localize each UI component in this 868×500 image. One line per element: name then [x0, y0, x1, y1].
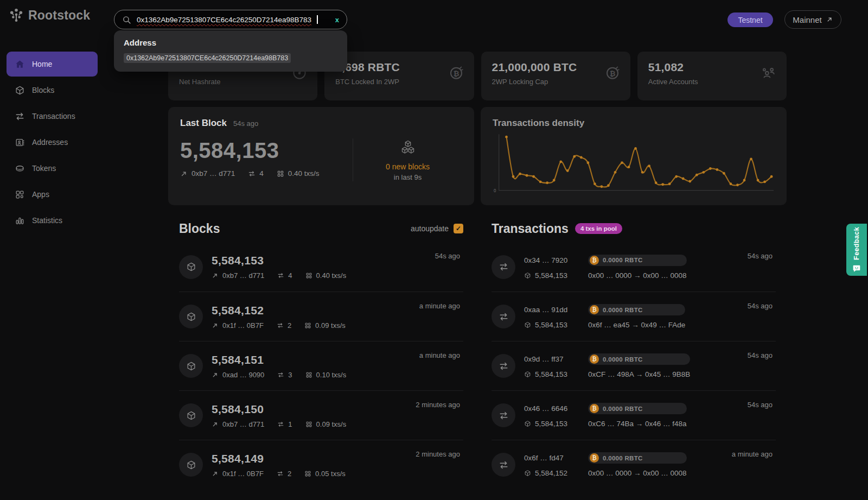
- block-number[interactable]: 5,584,153: [212, 254, 346, 267]
- transaction-amount: 0.0000 RBTC: [603, 455, 643, 461]
- sidebar-item-addresses[interactable]: Addresses: [7, 130, 98, 155]
- transaction-row[interactable]: 0x34 … 7920 ₿ 0.0000 RBTC 5,584,153 0x00…: [492, 242, 776, 292]
- stat-label: Active Accounts: [648, 78, 776, 86]
- block-tx-count: 3: [288, 371, 292, 379]
- block-row[interactable]: 5,584,152 0x1f … 0B7F 2 0.09 txs/s: [179, 292, 463, 341]
- autoupdate-control: autoupdate ✓: [411, 224, 463, 233]
- bitcoin-icon: ₿: [448, 65, 464, 81]
- transaction-block-number[interactable]: 5,584,153: [535, 370, 567, 378]
- grid-icon: [305, 272, 312, 279]
- block-tx-count: 1: [288, 420, 292, 428]
- transaction-route[interactable]: 0xC6 … 74Ba → 0x46 … f48a: [588, 420, 687, 428]
- transaction-hash[interactable]: 0x34 … 7920: [524, 256, 580, 264]
- block-row[interactable]: 5,584,151 0xad … 9090 3 0.10 txs/s: [179, 341, 463, 390]
- transfer-arrows-icon: [15, 111, 25, 122]
- transaction-hash[interactable]: 0x6f … fd47: [524, 454, 580, 462]
- transaction-row[interactable]: 0x9d … ff37 ₿ 0.0000 RBTC 5,584,153 0xCF…: [492, 341, 776, 390]
- sidebar-item-label: Statistics: [32, 216, 62, 225]
- autoupdate-checkbox[interactable]: ✓: [454, 224, 463, 233]
- external-link-arrow-icon: [826, 16, 833, 23]
- transaction-avatar: [492, 403, 515, 427]
- last-block-number[interactable]: 5,584,153: [180, 138, 341, 163]
- block-miner[interactable]: 0xb7 … d771: [222, 420, 264, 428]
- mainnet-button[interactable]: Mainnet: [784, 10, 841, 29]
- txs-in-pool-badge[interactable]: 4 txs in pool: [575, 223, 622, 234]
- transaction-block[interactable]: 5,584,153: [524, 420, 580, 428]
- transaction-block-number[interactable]: 5,584,152: [535, 469, 567, 477]
- main-content: 70 MHs Net Hashrate 5,698 RBTC BTC Locke…: [168, 52, 787, 489]
- transaction-block[interactable]: 5,584,153: [524, 271, 580, 280]
- transaction-avatar: [492, 354, 515, 378]
- transfer-arrows-icon: [277, 470, 284, 477]
- sidebar-item-tokens[interactable]: Tokens: [7, 156, 98, 181]
- block-number[interactable]: 5,584,152: [212, 304, 346, 317]
- block-time: a minute ago: [419, 351, 460, 359]
- transaction-row[interactable]: 0x46 … 6646 ₿ 0.0000 RBTC 5,584,153 0xC6…: [492, 390, 776, 440]
- sidebar-item-home[interactable]: Home: [7, 52, 98, 77]
- transfer-arrows-icon: [277, 421, 284, 428]
- block-miner[interactable]: 0x1f … 0B7F: [222, 470, 264, 478]
- sidebar-item-blocks[interactable]: Blocks: [7, 78, 98, 103]
- transaction-hash[interactable]: 0xaa … 91dd: [524, 306, 580, 314]
- block-avatar: [179, 354, 203, 378]
- id-card-icon: [15, 137, 25, 148]
- transaction-block-number[interactable]: 5,584,153: [535, 420, 567, 428]
- transaction-route[interactable]: 0x6f … ea45 → 0x49 … FAde: [588, 321, 685, 329]
- block-row[interactable]: 5,584,149 0x1f … 0B7F 2 0.05 txs/s: [179, 440, 463, 489]
- block-row[interactable]: 5,584,153 0xb7 … d771 4 0.40 txs/s: [179, 242, 463, 292]
- stat-card-active-accounts[interactable]: 51,082 Active Accounts: [637, 52, 787, 100]
- sidebar-item-transactions[interactable]: Transactions: [7, 104, 98, 129]
- sidebar: Home Blocks Transactions Addresses Token…: [7, 52, 98, 233]
- miner-arrow-icon: [212, 371, 219, 378]
- apps-grid-icon: [15, 189, 25, 200]
- transaction-route[interactable]: 0x00 … 0000 → 0x00 … 0008: [588, 271, 687, 280]
- search-input[interactable]: 0x1362Ab9e72513807CE6c4c26250D7214ea98B7…: [114, 10, 347, 29]
- density-chart-title: Transactions density: [493, 118, 775, 129]
- transfer-arrows-icon: [499, 361, 509, 371]
- block-number[interactable]: 5,584,150: [212, 403, 346, 416]
- suggestion-address-item[interactable]: 0x1362Ab9e72513807CE6c4c26250D7214ea98B7…: [124, 53, 291, 63]
- transaction-block[interactable]: 5,584,153: [524, 370, 580, 378]
- transaction-row[interactable]: 0x6f … fd47 ₿ 0.0000 RBTC 5,584,152 0x00…: [492, 440, 776, 489]
- stat-card-locking-cap[interactable]: 21,000,000 BTC 2WP Locking Cap ₿: [481, 52, 630, 100]
- testnet-button[interactable]: Testnet: [727, 12, 773, 27]
- miner-arrow-icon: [180, 170, 188, 178]
- transactions-density-chart: 0: [493, 132, 775, 195]
- chat-smiley-icon: [852, 264, 861, 273]
- block-miner[interactable]: 0x1f … 0B7F: [222, 321, 264, 330]
- block-row[interactable]: 5,584,150 0xb7 … d771 1 0.09 txs/s: [179, 390, 463, 440]
- last-block-miner[interactable]: 0xb7 … d771: [192, 169, 235, 178]
- cube-icon: [186, 361, 196, 371]
- transaction-block[interactable]: 5,584,152: [524, 469, 580, 477]
- feedback-button[interactable]: Feedback: [846, 224, 867, 276]
- blocks-section-title: Blocks: [179, 221, 220, 236]
- block-number[interactable]: 5,584,151: [212, 353, 346, 366]
- last-block-tx-count: 4: [259, 169, 264, 178]
- block-miner[interactable]: 0xb7 … d771: [222, 271, 264, 280]
- transaction-hash[interactable]: 0x46 … 6646: [524, 404, 580, 413]
- block-tx-count: 2: [288, 321, 291, 330]
- rootstock-logo[interactable]: Rootstock: [9, 8, 90, 23]
- transaction-time: 54s ago: [748, 351, 773, 359]
- block-rate: 0.09 txs/s: [316, 420, 347, 428]
- transaction-hash[interactable]: 0x9d … ff37: [524, 355, 580, 363]
- rootstock-logo-icon: [9, 8, 24, 23]
- autoupdate-label: autoupdate: [411, 224, 449, 233]
- transaction-route[interactable]: 0xCF … 498A → 0x45 … 9B8B: [588, 370, 690, 378]
- transaction-block-number[interactable]: 5,584,153: [535, 321, 567, 329]
- sidebar-item-apps[interactable]: Apps: [7, 182, 98, 207]
- clear-search-button[interactable]: x: [335, 16, 339, 24]
- transaction-block[interactable]: 5,584,153: [524, 321, 580, 329]
- block-miner[interactable]: 0xad … 9090: [222, 371, 264, 379]
- transaction-row[interactable]: 0xaa … 91dd ₿ 0.0000 RBTC 5,584,153 0x6f…: [492, 292, 776, 341]
- transaction-time: 54s ago: [748, 302, 773, 310]
- block-number[interactable]: 5,584,149: [212, 452, 346, 465]
- block-time: 2 minutes ago: [416, 450, 460, 458]
- block-rate: 0.10 txs/s: [316, 371, 347, 379]
- block-time: 54s ago: [435, 252, 460, 260]
- transaction-route[interactable]: 0x00 … 0000 → 0x00 … 0008: [588, 469, 687, 477]
- sidebar-item-statistics[interactable]: Statistics: [7, 208, 98, 233]
- transaction-amount-pill: ₿ 0.0000 RBTC: [588, 452, 687, 464]
- search-icon: [122, 15, 131, 24]
- transaction-block-number[interactable]: 5,584,153: [535, 271, 567, 280]
